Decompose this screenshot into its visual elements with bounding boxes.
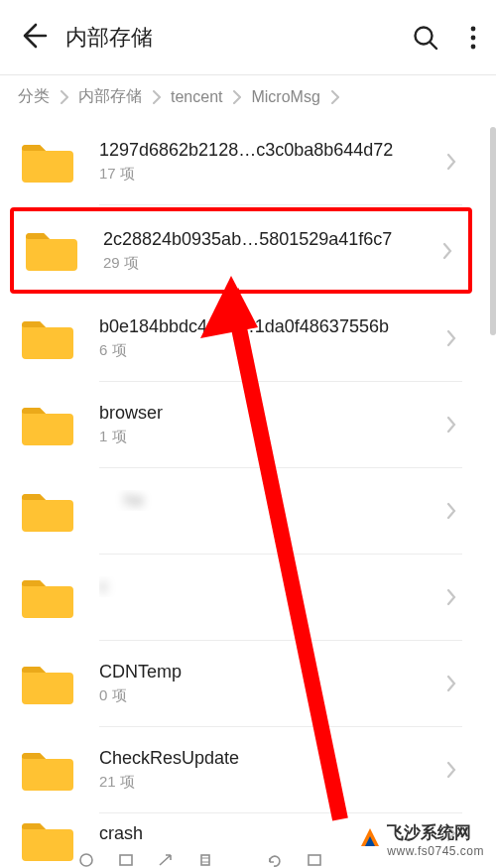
tool-arrow-icon[interactable] [157,852,175,868]
breadcrumb-item[interactable]: tencent [171,88,222,106]
folder-icon [20,141,75,185]
folder-name: he [99,490,429,511]
folder-name: 2c28824b0935ab…5801529a41f6c7 [103,229,425,250]
breadcrumb: 分类 内部存储 tencent MicroMsg [0,74,496,118]
svg-rect-10 [309,855,320,865]
folder-item-count: 0 项 [99,686,429,705]
folder-row[interactable]: 2c28824b0935ab…5801529a41f6c729 项 [10,207,472,294]
tool-circle-icon[interactable] [77,852,95,868]
folder-texts: browser1 项 [99,382,462,468]
folder-name: 1297d6862b2128…c3c0ba8b644d72 [99,140,429,161]
tool-crop-icon[interactable] [196,852,214,868]
file-manager-screen: { "header": { "title": "内部存储" }, "breadc… [0,0,496,868]
folder-icon [20,749,75,793]
folder-row[interactable]: b0e184bbdc4a ff…1da0f48637556b6 项 [0,296,482,382]
folder-row[interactable]: CheckResUpdate21 项 [0,727,482,813]
folder-icon [20,663,75,706]
folder-row[interactable]: CDNTemp0 项 [0,641,482,727]
watermark-brand: 飞沙系统网 [387,823,471,842]
scrollbar-thumb[interactable] [490,127,496,335]
chevron-right-icon [446,329,456,347]
folder-icon [20,819,75,847]
folder-texts: he [99,468,462,555]
folder-icon [20,490,75,534]
folder-texts: 2c28824b0935ab…5801529a41f6c729 项 [103,211,458,290]
breadcrumb-item[interactable]: MicroMsg [251,88,319,106]
folder-item-count: 29 项 [103,254,425,273]
svg-point-0 [416,27,433,44]
folder-item-count: 6 项 [99,341,429,360]
svg-point-7 [80,854,92,866]
editor-toolbar [77,850,323,868]
chevron-right-icon [60,90,68,104]
more-menu-icon[interactable] [466,21,480,55]
search-icon[interactable] [413,25,438,51]
folder-row[interactable]: he [0,468,482,555]
svg-rect-9 [201,855,209,865]
chevron-right-icon [152,90,161,104]
folder-name: c [99,576,429,597]
folder-row[interactable]: c [0,555,482,641]
chevron-right-icon [446,761,456,779]
tool-rect2-icon[interactable] [306,852,323,868]
page-title: 内部存储 [65,23,153,53]
folder-icon [20,317,75,361]
svg-point-1 [471,26,476,31]
folder-texts: b0e184bbdc4a ff…1da0f48637556b6 项 [99,296,462,382]
folder-item-count: 17 项 [99,165,429,184]
svg-point-3 [471,44,476,49]
svg-point-2 [471,35,476,40]
chevron-right-icon [232,90,241,104]
breadcrumb-item[interactable]: 分类 [18,86,50,107]
folder-row[interactable]: browser1 项 [0,382,482,468]
folder-row[interactable]: 1297d6862b2128…c3c0ba8b644d7217 项 [0,119,482,205]
chevron-right-icon [446,153,456,171]
folder-list: 1297d6862b2128…c3c0ba8b644d7217 项2c28824… [0,119,482,868]
folder-item-count: 21 项 [99,773,429,792]
folder-item-count: 1 项 [99,428,429,446]
header-bar: 内部存储 [0,0,496,74]
watermark-logo-icon [359,826,381,853]
back-icon[interactable] [18,21,48,55]
folder-texts: c [99,555,462,641]
watermark: 飞沙系统网 www.fs0745.com [359,821,484,858]
tool-redo-icon[interactable] [266,852,284,868]
folder-name: browser [99,403,429,424]
folder-item-count [99,601,429,618]
chevron-right-icon [446,502,456,520]
chevron-right-icon [446,675,456,692]
folder-icon [20,404,75,447]
folder-texts: CheckResUpdate21 项 [99,727,462,813]
folder-texts: 1297d6862b2128…c3c0ba8b644d7217 项 [99,119,462,205]
tool-rect-icon[interactable] [117,852,135,868]
svg-rect-8 [120,855,132,865]
folder-name: b0e184bbdc4a ff…1da0f48637556b [99,316,429,337]
chevron-right-icon [446,416,456,434]
watermark-url: www.fs0745.com [387,844,484,858]
chevron-right-icon [330,90,339,104]
folder-name: CheckResUpdate [99,748,429,769]
breadcrumb-item[interactable]: 内部存储 [78,86,142,107]
chevron-right-icon [442,242,452,260]
folder-name: CDNTemp [99,662,429,682]
folder-item-count [99,515,429,532]
folder-texts: CDNTemp0 项 [99,641,462,727]
folder-icon [24,229,79,273]
folder-icon [20,576,75,620]
chevron-right-icon [446,588,456,606]
